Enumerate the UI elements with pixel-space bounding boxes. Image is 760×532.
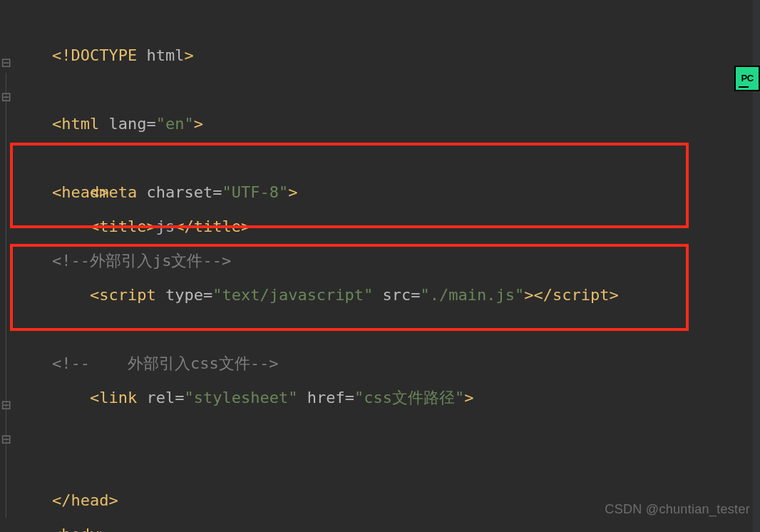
code-line[interactable]: <link rel="stylesheet" href="css文件路径">	[0, 312, 760, 347]
code-line[interactable]: <!DOCTYPE html>	[0, 4, 760, 39]
code-line[interactable]: <!-- 外部引入css文件-->	[0, 278, 760, 312]
code-line[interactable]: ⊟ <body>	[0, 415, 760, 449]
indent-guide	[6, 244, 6, 278]
code-token: body	[61, 526, 99, 532]
indent-guide	[6, 175, 6, 210]
code-line[interactable]: ⊟ <head>	[0, 73, 760, 107]
code-editor[interactable]: <!DOCTYPE html> ⊟ <html lang="en"> ⊟ <he…	[0, 0, 760, 532]
indent-guide	[6, 210, 6, 244]
indent-guide	[6, 449, 6, 484]
indent-guide	[6, 347, 6, 381]
code-line[interactable]: <!--外部引入js文件-->	[0, 175, 760, 210]
code-line[interactable]: ⊟ <html lang="en">	[0, 39, 760, 73]
indent-guide	[6, 484, 6, 518]
code-line[interactable]	[0, 449, 760, 484]
indent-guide	[6, 312, 6, 347]
indent-guide	[6, 107, 6, 141]
badge-underline	[739, 86, 749, 88]
code-line[interactable]: <title>js</title>	[0, 141, 760, 175]
code-line[interactable]	[0, 244, 760, 278]
watermark-text: CSDN @chuntian_tester	[605, 492, 750, 526]
code-line[interactable]: <script type="text/javascript" src="./ma…	[0, 210, 760, 244]
code-line[interactable]: ⊟ </head>	[0, 381, 760, 415]
code-token: >	[99, 526, 108, 532]
code-line[interactable]	[0, 347, 760, 381]
indent-guide	[6, 141, 6, 175]
pycharm-badge-icon[interactable]: PC	[734, 66, 760, 91]
indent-guide	[6, 278, 6, 312]
badge-label: PC	[741, 61, 753, 96]
code-line[interactable]: <meta charset="UTF-8">	[0, 107, 760, 141]
code-token: <	[52, 526, 61, 532]
